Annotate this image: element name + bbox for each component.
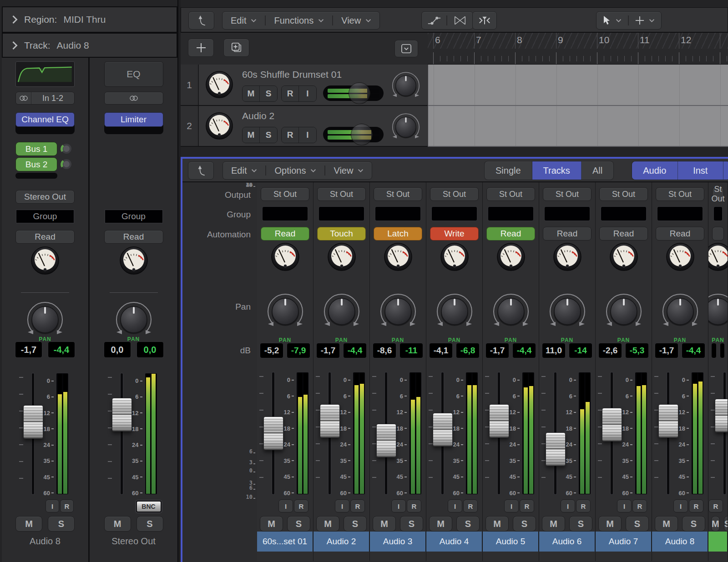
peak-db-value[interactable]: -7,9: [287, 343, 310, 358]
output-select-button[interactable]: St Out: [486, 187, 535, 201]
channel-name[interactable]: [708, 532, 728, 552]
group-slot[interactable]: [488, 207, 533, 221]
menu-edit[interactable]: Edit: [223, 162, 265, 179]
record-enable-button[interactable]: R: [350, 500, 365, 512]
view-mode-single[interactable]: Single: [485, 161, 532, 180]
pan-knob[interactable]: [262, 287, 309, 334]
mute-button[interactable]: M: [429, 516, 452, 532]
pan-knob[interactable]: [374, 287, 422, 334]
peak-db-value[interactable]: -14: [569, 343, 592, 358]
solo-button[interactable]: S: [136, 516, 163, 532]
input-monitor-button[interactable]: I: [335, 500, 349, 512]
fader-track[interactable]: [723, 372, 726, 494]
record-enable-button[interactable]: R: [463, 500, 478, 512]
record-enable-button[interactable]: R: [689, 500, 703, 512]
solo-button[interactable]: S: [260, 86, 277, 101]
group-slot[interactable]: [375, 207, 420, 221]
channel-name[interactable]: Audio 4: [426, 532, 482, 552]
peak-db-value[interactable]: 0,0: [137, 342, 163, 357]
mute-button[interactable]: M: [316, 516, 339, 532]
eq-curve-display[interactable]: [15, 61, 75, 87]
output-select-button[interactable]: St Out: [261, 187, 309, 201]
automation-icon-button[interactable]: [422, 12, 446, 29]
group-slot[interactable]: Group: [16, 210, 74, 223]
menu-view[interactable]: View: [333, 12, 379, 29]
fader-track[interactable]: [121, 373, 123, 494]
channel-name[interactable]: Stereo Out: [95, 536, 172, 547]
menu-options[interactable]: Options: [266, 162, 324, 179]
pan-knob[interactable]: [431, 287, 478, 334]
mute-button[interactable]: M: [373, 516, 396, 532]
track-lane[interactable]: [428, 65, 728, 106]
volume-fader[interactable]: [715, 399, 728, 432]
solo-button[interactable]: S: [48, 516, 75, 532]
group-slot[interactable]: [263, 207, 308, 221]
volume-db-value[interactable]: -1,7: [486, 343, 509, 358]
automation-mode-button[interactable]: Touch: [317, 227, 366, 241]
peak-db-value[interactable]: -4,4: [344, 343, 366, 358]
automation-mode-button[interactable]: Read: [261, 227, 309, 241]
filter-next-partial[interactable]: [723, 161, 728, 180]
sync-bnc-button[interactable]: BNC: [136, 501, 162, 512]
volume-db-value[interactable]: -1,7: [655, 343, 678, 358]
track-header-options-button[interactable]: [394, 40, 418, 57]
track-volume-slider[interactable]: [323, 127, 384, 142]
mute-button[interactable]: M: [711, 516, 720, 532]
pan-knob[interactable]: [110, 295, 157, 342]
peak-db-value[interactable]: -4,4: [682, 343, 705, 358]
view-mode-tracks[interactable]: Tracks: [532, 161, 581, 180]
solo-button[interactable]: S: [400, 516, 423, 532]
record-enable-button[interactable]: R: [576, 500, 591, 512]
volume-slider-handle[interactable]: [349, 82, 370, 104]
add-track-button[interactable]: [188, 39, 214, 57]
output-select-button[interactable]: St Out: [712, 187, 724, 201]
pan-knob[interactable]: [318, 287, 365, 334]
input-monitor-button[interactable]: I: [46, 500, 59, 512]
group-slot[interactable]: [714, 207, 722, 221]
pan-knob[interactable]: [657, 287, 704, 334]
back-arrow-button[interactable]: [188, 11, 214, 30]
solo-button[interactable]: S: [260, 127, 277, 143]
solo-button[interactable]: S: [456, 516, 480, 532]
volume-db-value[interactable]: [712, 343, 716, 358]
automation-mode-button[interactable]: Write: [430, 227, 479, 241]
volume-db-value[interactable]: 0,0: [104, 342, 131, 357]
send-bus2-button[interactable]: Bus 2: [15, 157, 57, 171]
pan-knob[interactable]: [388, 108, 424, 145]
insert-plugin-button[interactable]: Limiter: [104, 112, 163, 127]
volume-db-value[interactable]: -5,2: [260, 343, 283, 358]
track-title[interactable]: 60s Shuffle Drumset 01: [242, 69, 342, 80]
automation-mode-button[interactable]: Read: [104, 230, 163, 244]
send-bus1-button[interactable]: Bus 1: [15, 142, 57, 156]
peak-db-value[interactable]: -4,4: [513, 343, 536, 358]
view-mode-all[interactable]: All: [581, 161, 613, 180]
output-select-button[interactable]: St Out: [543, 187, 592, 201]
peak-db-value[interactable]: -4,4: [48, 342, 75, 357]
peak-db-value[interactable]: [720, 343, 725, 358]
send-level-knob[interactable]: [60, 157, 73, 171]
menu-edit[interactable]: Edit: [222, 12, 265, 29]
pan-knob[interactable]: [544, 287, 591, 334]
catch-playhead-button[interactable]: [472, 11, 497, 30]
automation-mode-button[interactable]: Read: [486, 227, 535, 241]
region-inspector-header[interactable]: Region: MIDI Thru: [2, 6, 177, 33]
pan-knob[interactable]: [708, 287, 728, 334]
mute-button[interactable]: M: [243, 127, 260, 143]
eq-button[interactable]: EQ: [104, 61, 163, 87]
record-enable-button[interactable]: R: [407, 500, 421, 512]
flex-icon-button[interactable]: [447, 12, 473, 29]
track-lane[interactable]: [428, 106, 728, 147]
record-enable-button[interactable]: R: [282, 127, 299, 143]
channel-name[interactable]: Audio 5: [483, 532, 539, 552]
group-slot[interactable]: [432, 207, 477, 221]
track-row[interactable]: 2 Audio 2 M S R: [181, 106, 728, 147]
mute-button[interactable]: M: [260, 516, 283, 532]
volume-slider-handle[interactable]: [351, 124, 373, 146]
solo-button[interactable]: S: [513, 516, 536, 532]
channel-name[interactable]: Audio 8: [652, 532, 708, 552]
output-select-button[interactable]: St Out: [656, 187, 704, 201]
group-slot[interactable]: [545, 207, 590, 221]
pan-knob[interactable]: [487, 287, 535, 334]
group-slot[interactable]: [319, 207, 364, 221]
record-enable-button[interactable]: R: [282, 86, 299, 101]
